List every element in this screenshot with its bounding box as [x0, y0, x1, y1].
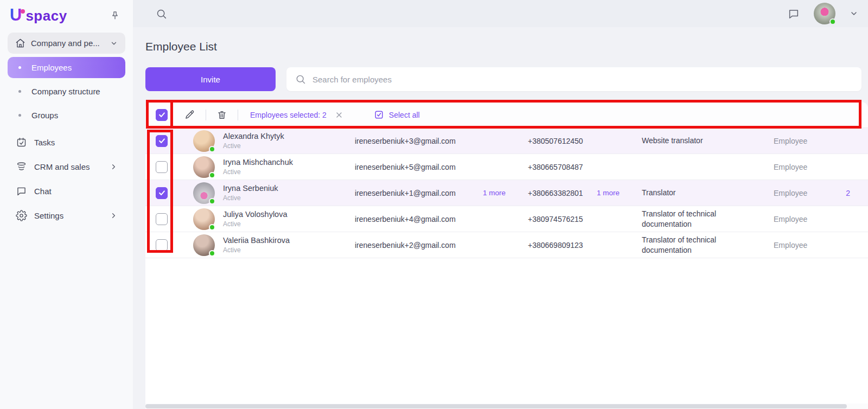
employee-phone: +380665708487 [517, 163, 588, 171]
pin-sidebar-icon[interactable] [108, 9, 122, 23]
sidebar-item-employees[interactable]: Employees [8, 57, 125, 78]
sidebar-item-label: Tasks [34, 138, 118, 147]
employee-phone: +380507612450 [517, 137, 588, 145]
select-all-label: Select all [389, 111, 420, 119]
sidebar-item-label: Employees [31, 63, 118, 72]
employee-email: ireneserbeniuk+3@gmail.com [347, 137, 475, 145]
employee-phone: +380974576215 [517, 215, 588, 223]
toolbar-divider [238, 110, 238, 120]
sidebar-item-settings[interactable]: Settings [8, 205, 125, 226]
select-all-button[interactable]: Select all [374, 110, 420, 120]
sidebar-item-company-structure[interactable]: Company structure [8, 81, 125, 102]
employee-position: Translator [632, 188, 754, 198]
edit-icon[interactable] [184, 109, 195, 120]
employee-search[interactable] [286, 67, 861, 91]
sidebar-item-label: Settings [34, 211, 103, 220]
sidebar-item-tasks[interactable]: Tasks [8, 132, 125, 153]
invite-button[interactable]: Invite [145, 67, 276, 91]
chevron-right-icon [110, 163, 118, 171]
bullet-icon [18, 90, 21, 93]
row-checkbox[interactable] [156, 187, 168, 199]
online-status-dot [209, 198, 215, 204]
logo-text: spacy [25, 7, 67, 24]
employee-status: Active [223, 246, 290, 254]
online-status-dot [209, 146, 215, 152]
sidebar-item-label: CRM and sales [34, 162, 103, 171]
logo-dot [21, 9, 25, 14]
employee-extra-count[interactable]: 2 [827, 189, 868, 197]
phone-more-link[interactable]: 1 more [588, 189, 632, 197]
table-row[interactable]: Juliya Voloshylova Active ireneserbeniuk… [145, 206, 868, 232]
sidebar-item-chat[interactable]: Chat [8, 181, 125, 202]
employee-phone: +380669809123 [517, 241, 588, 250]
employee-name[interactable]: Valeriia Bashkirova [223, 236, 290, 245]
employee-email: ireneserbeniuk+1@gmail.com [347, 189, 475, 197]
sidebar-item-groups[interactable]: Groups [8, 105, 125, 126]
global-search-icon[interactable] [156, 8, 167, 20]
table-row[interactable]: Iryna Mishchanchuk Active ireneserbeniuk… [145, 154, 868, 180]
table-row[interactable]: Valeriia Bashkirova Active ireneserbeniu… [145, 232, 868, 258]
app-window: U spacy Company and pe... EmployeesCompa [0, 0, 868, 409]
employee-role: Employee [754, 163, 827, 171]
employee-search-input[interactable] [312, 75, 853, 84]
employee-position: Translator of technical documentation [632, 235, 754, 255]
page-title: Employee List [145, 40, 217, 53]
employee-phone: +380663382801 [517, 189, 588, 197]
row-checkbox[interactable] [156, 239, 168, 251]
crm-icon [15, 161, 27, 172]
employee-role: Employee [754, 215, 827, 223]
employee-status: Active [223, 220, 288, 228]
messages-icon[interactable] [788, 8, 800, 20]
clear-selection-icon[interactable] [335, 111, 343, 119]
employee-table-card: Employees selected: 2 Select all [145, 102, 868, 404]
employee-name[interactable]: Juliya Voloshylova [223, 210, 288, 219]
employee-position: Website translator [632, 136, 754, 146]
list-controls: Invite [145, 67, 861, 91]
sidebar-item-label: Groups [31, 111, 118, 120]
email-more-link[interactable]: 1 more [475, 189, 517, 197]
employee-avatar [193, 130, 215, 152]
employee-status: Active [223, 194, 278, 202]
sidebar-item-label: Company structure [31, 87, 118, 96]
employee-email: ireneserbeniuk+5@gmail.com [347, 163, 475, 171]
search-icon [295, 74, 306, 85]
online-status-dot [209, 224, 215, 231]
employee-status: Active [223, 142, 284, 150]
employee-avatar [193, 182, 215, 204]
sidebar-item-label: Chat [34, 187, 118, 196]
employee-name[interactable]: Iryna Mishchanchuk [223, 158, 293, 167]
employee-name[interactable]: Iryna Serbeniuk [223, 184, 278, 193]
scrollbar-thumb[interactable] [145, 404, 847, 408]
settings-icon [15, 210, 27, 221]
employee-avatar [193, 234, 215, 256]
user-menu-chevron-icon[interactable] [850, 9, 858, 18]
user-avatar[interactable] [814, 3, 835, 24]
online-status-dot [209, 250, 215, 257]
employee-rows: Alexandra Khytyk Active ireneserbeniuk+3… [145, 128, 868, 258]
employee-email: ireneserbeniuk+4@gmail.com [347, 215, 475, 223]
workspace-switcher[interactable]: Company and pe... [8, 33, 125, 54]
table-row[interactable]: Iryna Serbeniuk Active ireneserbeniuk+1@… [145, 180, 868, 206]
employee-position: Translator of technical documentation [632, 209, 754, 229]
row-checkbox[interactable] [156, 161, 168, 173]
home-icon [15, 38, 25, 48]
sidebar-nav: EmployeesCompany structureGroupsTasksCRM… [0, 57, 133, 226]
employee-avatar [193, 208, 215, 230]
chat-icon [15, 186, 27, 197]
employee-role: Employee [754, 241, 827, 250]
horizontal-scrollbar[interactable] [145, 404, 868, 409]
employee-email: ireneserbeniuk+2@gmail.com [347, 241, 475, 250]
bullet-icon [18, 114, 21, 117]
employee-role: Employee [754, 137, 827, 145]
employee-avatar [193, 156, 215, 178]
chevron-down-icon [110, 40, 118, 47]
uspacy-logo[interactable]: U spacy [10, 7, 67, 24]
delete-icon[interactable] [216, 110, 227, 120]
row-checkbox[interactable] [156, 135, 168, 147]
row-checkbox[interactable] [156, 213, 168, 225]
main-content: Employee List Invite [133, 27, 868, 409]
select-all-checkbox[interactable] [156, 109, 168, 121]
table-row[interactable]: Alexandra Khytyk Active ireneserbeniuk+3… [145, 128, 868, 154]
sidebar-item-crm-and-sales[interactable]: CRM and sales [8, 156, 125, 177]
employee-name[interactable]: Alexandra Khytyk [223, 132, 284, 140]
